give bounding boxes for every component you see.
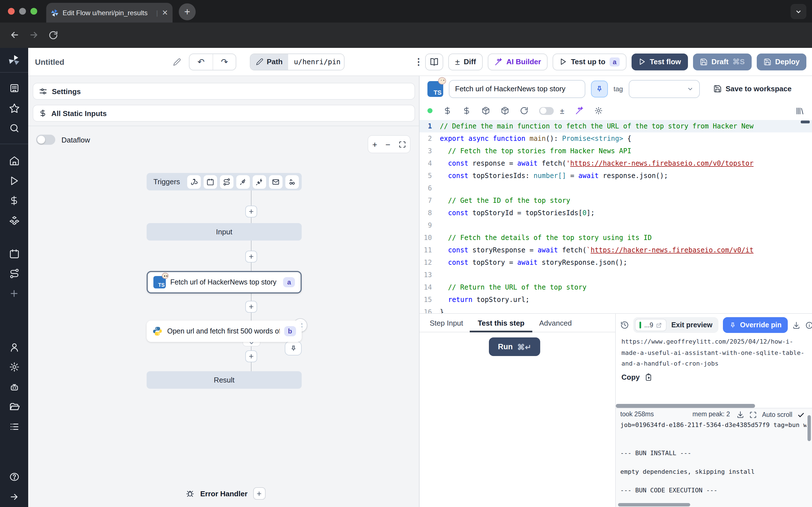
sidebar-item-folders[interactable]	[0, 397, 28, 417]
sidebar-item-variables[interactable]	[0, 191, 28, 211]
expand-logs-icon[interactable]	[750, 411, 757, 418]
redo-button[interactable]: ↷	[213, 54, 236, 69]
new-tab-button[interactable]: +	[179, 3, 196, 20]
tab-step-input[interactable]: Step Input	[430, 314, 463, 332]
code-line[interactable]: 10 // Fetch the details of the top story…	[419, 231, 812, 244]
code-editor[interactable]: 1// Define the main function to fetch th…	[419, 120, 812, 313]
diff-mode-toggle[interactable]	[539, 107, 554, 115]
copy-result-button[interactable]: Copy	[621, 373, 652, 381]
save-to-workspace-button[interactable]: Save to workspace	[713, 84, 792, 93]
triggers-node[interactable]: Triggers	[147, 173, 302, 190]
code-line[interactable]: 2export async function main(): Promise<s…	[419, 132, 812, 145]
sidebar-collapse-icon[interactable]	[0, 487, 28, 507]
external-link-icon[interactable]	[656, 322, 662, 328]
deploy-button[interactable]: Deploy	[756, 53, 806, 70]
step-pin-icon[interactable]	[285, 341, 302, 355]
sidebar-item-search[interactable]	[0, 118, 28, 138]
job-history-badge[interactable]: ...9	[635, 319, 667, 331]
kafka-trigger-icon[interactable]	[253, 175, 266, 188]
back-icon[interactable]	[8, 28, 21, 42]
variables-dollar-icon[interactable]	[443, 107, 452, 115]
package-icon[interactable]	[481, 107, 490, 115]
undo-button[interactable]: ↶	[190, 54, 213, 69]
code-line[interactable]: 7 // Get the ID of the top story	[419, 194, 812, 207]
websocket-trigger-icon[interactable]	[236, 175, 250, 188]
code-line[interactable]: 13	[419, 269, 812, 281]
zoom-out-icon[interactable]: −	[386, 139, 391, 149]
auto-scroll-label[interactable]: Auto scroll	[762, 411, 792, 418]
test-up-to-button[interactable]: Test up to a	[553, 53, 627, 70]
editor-scrollbar[interactable]	[801, 121, 810, 123]
editor-settings-gear-icon[interactable]	[594, 107, 603, 115]
sidebar-item-resources[interactable]	[0, 211, 28, 231]
flow-settings-bar[interactable]: Settings	[33, 83, 415, 100]
reload-icon[interactable]	[520, 107, 528, 115]
result-url-value[interactable]: https://www.geoffreylitt.com/2025/04/12/…	[621, 336, 811, 369]
code-line[interactable]: 8 const topStoryId = topStoriesIds[0];	[419, 207, 812, 219]
exit-preview-button[interactable]: Exit preview	[671, 321, 717, 329]
code-line[interactable]: 12 const topStory = await storyResponse.…	[419, 256, 812, 269]
sidebar-item-home[interactable]	[0, 151, 28, 171]
path-pill[interactable]: Path u/henri/pin	[250, 53, 345, 70]
tab-advanced[interactable]: Advanced	[539, 314, 572, 332]
sidebar-item-create[interactable]	[0, 284, 28, 304]
reload-icon[interactable]	[46, 28, 60, 42]
tag-select[interactable]	[628, 80, 700, 98]
http-route-trigger-icon[interactable]	[220, 175, 234, 188]
edit-name-pencil-icon[interactable]	[173, 58, 181, 66]
tab-search-chevron-icon[interactable]	[791, 4, 806, 19]
sidebar-item-users[interactable]	[0, 337, 28, 357]
code-line[interactable]: 16}	[419, 306, 812, 313]
draft-button[interactable]: Draft ⌘S	[693, 53, 751, 70]
test-flow-button[interactable]: Test flow	[632, 53, 688, 70]
log-horizontal-scrollbar[interactable]	[618, 503, 690, 506]
add-step-button[interactable]	[245, 350, 257, 362]
browser-tab[interactable]: Edit Flow u/henri/pin_results | ✕	[46, 3, 172, 22]
sidebar-item-favorites[interactable]	[0, 98, 28, 118]
window-zoom-button[interactable]	[31, 8, 37, 15]
ai-wand-icon[interactable]	[575, 107, 583, 115]
override-pin-button[interactable]: Override pin	[723, 317, 788, 333]
code-line[interactable]: 9	[419, 219, 812, 231]
sidebar-item-runs[interactable]	[0, 171, 28, 191]
path-value[interactable]: u/henri/pin	[288, 54, 344, 69]
flow-step-node-a[interactable]: TS Fetch url of HackerNews top story a	[147, 271, 302, 293]
history-icon[interactable]	[620, 321, 629, 330]
sidebar-item-workspace[interactable]	[0, 78, 28, 98]
schedule-trigger-icon[interactable]	[204, 175, 217, 188]
diff-button[interactable]: ± Diff	[448, 53, 483, 70]
sidebar-item-audit-logs[interactable]	[0, 417, 28, 437]
result-horizontal-scrollbar[interactable]	[616, 404, 755, 408]
auto-scroll-check-icon[interactable]	[797, 411, 805, 418]
info-icon[interactable]	[805, 321, 812, 329]
tab-close-icon[interactable]: ✕	[162, 8, 168, 17]
resources-dollar-icon[interactable]	[462, 107, 471, 115]
window-close-button[interactable]	[8, 8, 15, 15]
flow-step-node-b[interactable]: Open url and fetch first 500 words of ..…	[147, 321, 302, 342]
add-step-button[interactable]	[245, 301, 257, 313]
step-title-input[interactable]: Fetch url of HackerNews top story	[449, 80, 585, 98]
input-node[interactable]: Input	[147, 223, 302, 240]
library-icon[interactable]	[795, 106, 804, 115]
package-icon[interactable]	[501, 107, 509, 115]
code-line[interactable]: 15 return topStory.url;	[419, 293, 812, 306]
forward-icon[interactable]	[27, 28, 41, 42]
run-button[interactable]: Run ⌘↵	[489, 337, 540, 356]
add-step-button[interactable]	[245, 206, 257, 217]
code-line[interactable]: 4 const response = await fetch('https://…	[419, 157, 812, 170]
ai-builder-button[interactable]: AI Builder	[488, 53, 548, 70]
code-line[interactable]: 1// Define the main function to fetch th…	[419, 120, 812, 132]
sidebar-item-workers[interactable]	[0, 377, 28, 397]
code-line[interactable]: 3 // Fetch the top stories from Hacker N…	[419, 145, 812, 157]
log-vertical-scrollbar[interactable]	[808, 415, 811, 441]
pin-step-button[interactable]	[591, 80, 608, 97]
sidebar-item-schedules[interactable]	[0, 244, 28, 264]
add-error-handler-button[interactable]	[253, 487, 266, 500]
result-node[interactable]: Result	[147, 371, 302, 389]
more-options-kebab-icon[interactable]: ⋮	[412, 56, 425, 67]
window-minimize-button[interactable]	[19, 8, 26, 15]
code-line[interactable]: 14 // Return the URL of the top story	[419, 281, 812, 293]
webhook-trigger-icon[interactable]	[187, 175, 201, 188]
code-line[interactable]: 6	[419, 182, 812, 194]
code-line[interactable]: 5 const topStoriesIds: number[] = await …	[419, 170, 812, 182]
